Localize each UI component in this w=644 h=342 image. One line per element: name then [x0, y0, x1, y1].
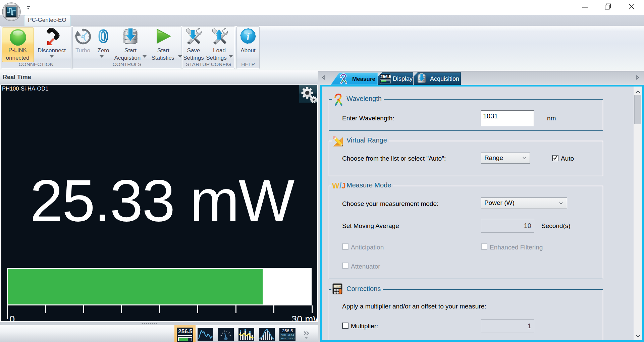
svg-text:Measure: Measure: [352, 76, 375, 82]
svg-text:3.14: 3.14: [336, 285, 341, 288]
svg-text:0: 0: [99, 27, 108, 45]
svg-text:i: i: [247, 31, 250, 43]
